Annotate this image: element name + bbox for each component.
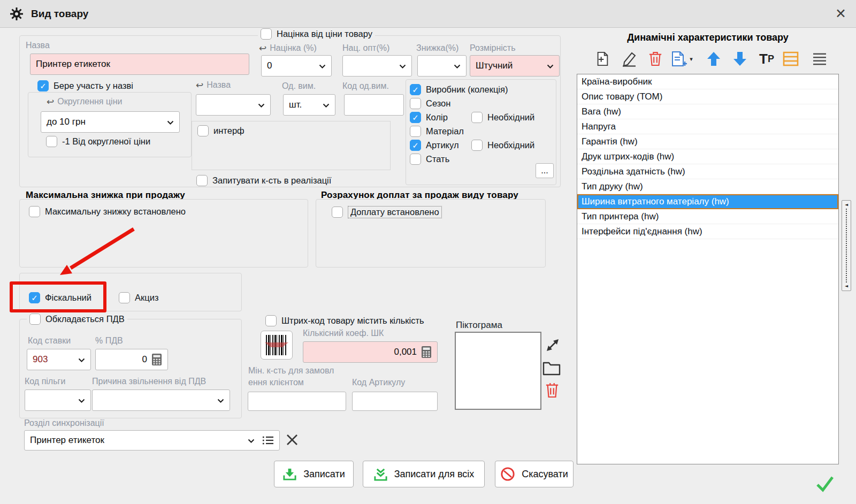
add-icon[interactable] xyxy=(593,49,612,68)
article-checkbox[interactable]: Артикул xyxy=(410,140,459,151)
copy-add-icon[interactable]: ▾ xyxy=(669,49,694,68)
color-checkbox[interactable]: Колір xyxy=(410,112,448,123)
caret-down-icon: ▾ xyxy=(690,56,693,63)
rate-code-combobox[interactable]: 903 xyxy=(27,349,91,370)
calculator-icon[interactable] xyxy=(151,353,162,366)
chevron-down-icon xyxy=(248,435,255,446)
checkbox-box xyxy=(29,292,40,303)
color-required-checkbox[interactable]: Необхідний xyxy=(471,112,534,123)
folder-icon[interactable] xyxy=(542,361,561,378)
markup-pct-label: ↩ Націнка (%) xyxy=(259,43,317,53)
fiscal-checkbox[interactable]: Фіскальний xyxy=(29,292,91,303)
unit-code-input[interactable] xyxy=(344,94,404,116)
barcode-contains-qty-checkbox[interactable]: Штрих-код товару містить кількість xyxy=(265,315,424,326)
sync-list-icon[interactable] xyxy=(262,436,274,445)
manufacturer-checkbox[interactable]: Виробник (колекція) xyxy=(410,84,508,95)
gender-checkbox[interactable]: Стать xyxy=(410,154,449,165)
article-code-input[interactable] xyxy=(352,392,438,411)
min-qty-label-line1: Мін. к-сть для замовл xyxy=(248,366,334,376)
move-down-icon[interactable] xyxy=(730,49,750,68)
barcode-button[interactable] xyxy=(261,331,293,360)
panel-scrollbar[interactable]: ◄ ◄ xyxy=(842,200,851,291)
save-icon xyxy=(282,467,297,482)
characteristic-item[interactable]: Вага (hw) xyxy=(577,104,838,119)
markup-pct-combobox[interactable]: 0 xyxy=(261,55,332,77)
surcharge-checkbox[interactable]: Доплату встановлено xyxy=(332,206,442,218)
rounding-label: ↩ Округлення ціни xyxy=(44,97,125,106)
undo-icon: ↩ xyxy=(47,97,54,106)
characteristic-item[interactable]: Опис товару (ТОМ) xyxy=(577,89,838,104)
chevron-down-icon xyxy=(217,395,224,406)
unit-combobox[interactable]: шт. xyxy=(283,94,335,116)
cancel-button[interactable]: Скасувати xyxy=(495,461,574,487)
expand-icon[interactable] xyxy=(545,337,561,355)
characteristic-item[interactable]: Напруга xyxy=(577,119,838,134)
benefit-code-label: Код пільги xyxy=(25,377,65,386)
rows-icon[interactable] xyxy=(781,49,800,68)
characteristic-item[interactable]: Гарантія (hw) xyxy=(577,134,838,149)
qty-coef-input[interactable]: 0,001 xyxy=(303,341,438,363)
chevron-down-icon xyxy=(399,60,406,71)
markup-from-price-checkbox[interactable]: Націнка від ціни товару xyxy=(258,28,375,40)
discount-pct-combobox[interactable] xyxy=(417,55,467,77)
participates-in-name-checkbox[interactable]: Бере участь у назві xyxy=(37,80,133,91)
vat-exemption-combobox[interactable] xyxy=(92,390,230,411)
delete-icon[interactable] xyxy=(646,49,665,68)
sync-combobox[interactable]: Принтер етикеток xyxy=(24,430,280,450)
benefit-code-combobox[interactable] xyxy=(25,390,91,411)
sync-clear-icon[interactable] xyxy=(286,433,299,448)
font-icon[interactable]: TP xyxy=(757,49,776,68)
more-attributes-button[interactable]: ... xyxy=(536,163,554,178)
dimension-combobox[interactable]: Штучний xyxy=(470,55,560,77)
minus-one-checkbox[interactable]: -1 Від округленої ціни xyxy=(46,136,150,147)
titlebar: Вид товару ✕ xyxy=(0,0,856,28)
characteristic-item[interactable]: Країна-виробник xyxy=(577,74,838,89)
close-icon[interactable]: ✕ xyxy=(835,7,846,20)
checkbox-box xyxy=(471,140,483,151)
trash-icon[interactable] xyxy=(545,381,559,401)
max-discount-checkbox[interactable]: Максимальну знижку встановлено xyxy=(29,206,186,217)
vat-pct-input[interactable]: 0 xyxy=(95,349,168,370)
pictogram-box[interactable] xyxy=(455,332,541,410)
checkbox-box xyxy=(265,315,277,326)
characteristic-item[interactable]: Тип друку (hw) xyxy=(577,179,838,194)
scroll-down-arrow-icon[interactable]: ◄ xyxy=(845,284,848,288)
calculator-icon[interactable] xyxy=(421,346,432,358)
characteristic-item[interactable]: Друк штрих-кодів (hw) xyxy=(577,149,838,164)
checkbox-box xyxy=(410,112,421,123)
edit-icon[interactable] xyxy=(620,49,639,68)
material-checkbox[interactable]: Матеріал xyxy=(410,126,464,137)
characteristic-item-selected[interactable]: Ширина витратного матеріалу (hw) xyxy=(577,194,838,209)
excise-checkbox[interactable]: Акциз xyxy=(119,292,158,303)
discount-pct-label: Знижка(%) xyxy=(416,43,458,53)
name2-combobox[interactable] xyxy=(196,94,271,116)
characteristic-item[interactable]: Тип принтера (hw) xyxy=(577,209,838,224)
list-icon[interactable] xyxy=(810,49,829,68)
characteristic-item[interactable]: Роздільна здатність (hw) xyxy=(577,164,838,179)
checkbox-box xyxy=(410,126,421,137)
scroll-up-arrow-icon[interactable]: ◄ xyxy=(845,203,848,207)
vat-exemption-label: Причина звільнення від ПДВ xyxy=(92,377,206,386)
unit-code-label: Код од.вим. xyxy=(342,81,389,91)
checkbox-box xyxy=(410,98,421,109)
confirm-check-icon[interactable] xyxy=(815,475,835,494)
season-checkbox[interactable]: Сезон xyxy=(410,98,450,109)
article-required-checkbox[interactable]: Необхідний xyxy=(471,140,534,151)
min-qty-input[interactable] xyxy=(248,392,346,411)
characteristic-item[interactable]: Інтерфейси під'єднання (hw) xyxy=(577,224,838,239)
vat-checkbox[interactable]: Обкладається ПДВ xyxy=(27,314,127,325)
qty-coef-label: Кількісний коеф. ШК xyxy=(303,329,384,338)
checkbox-box xyxy=(196,175,208,186)
interf-checkbox[interactable]: интерф xyxy=(197,125,244,136)
dimension-label: Розмірність xyxy=(470,43,516,53)
move-up-icon[interactable] xyxy=(704,49,723,68)
ask-qty-checkbox[interactable]: Запитувати к-сть в реалізації xyxy=(196,175,331,186)
scrollbar-track xyxy=(846,209,847,282)
page-title: Вид товару xyxy=(31,8,88,20)
name-input[interactable]: Принтер етикеток xyxy=(30,54,249,75)
checkbox-box xyxy=(119,292,130,303)
markup-opt-combobox[interactable] xyxy=(342,55,412,77)
rounding-combobox[interactable]: до 10 грн xyxy=(41,111,180,133)
save-button[interactable]: Записати xyxy=(274,461,354,487)
save-for-all-button[interactable]: Записати для всіх xyxy=(363,461,485,487)
